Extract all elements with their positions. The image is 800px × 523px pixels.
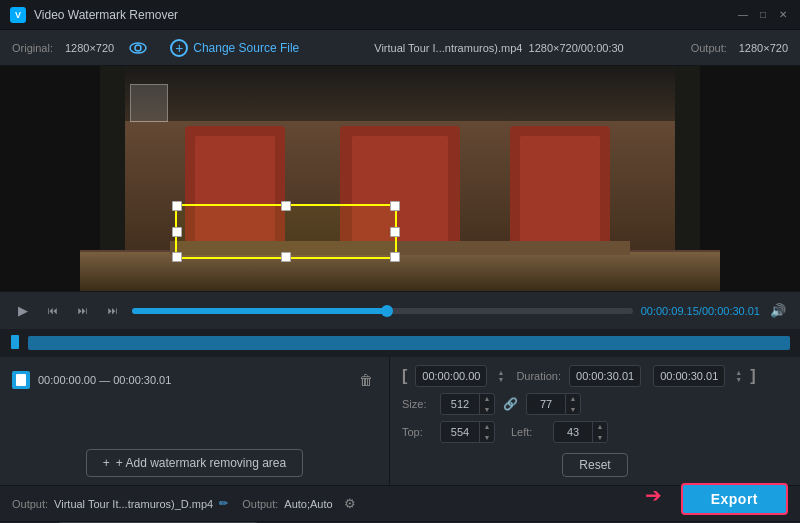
play-button[interactable]: ▶ <box>12 300 34 322</box>
add-watermark-area-button[interactable]: + + Add watermark removing area <box>86 449 303 477</box>
width-arrows: ▲ ▼ <box>479 393 494 415</box>
playback-controls: ▶ ⏮ ⏭ ⏭ 00:00:09.15/00:00:30.01 🔊 <box>0 291 800 329</box>
top-label: Top: <box>402 426 432 438</box>
left-label: Left: <box>511 426 545 438</box>
width-spinner[interactable]: ▲ ▼ <box>440 393 495 415</box>
timeline-thumb[interactable] <box>381 305 393 317</box>
left-arrows: ▲ ▼ <box>592 421 607 443</box>
top-spinner[interactable]: ▲ ▼ <box>440 421 495 443</box>
size-param-row: Size: ▲ ▼ 🔗 ▲ ▼ <box>402 393 788 415</box>
output-filename: Virtual Tour It...tramuros)_D.mp4 <box>54 498 213 510</box>
end-time-up[interactable]: ▲ <box>735 369 742 376</box>
width-input[interactable] <box>441 398 479 410</box>
settings-gear-icon[interactable]: ⚙ <box>339 493 361 515</box>
timeline-track[interactable] <box>132 308 633 314</box>
add-icon: + <box>103 456 110 470</box>
handle-tr[interactable] <box>390 201 400 211</box>
app-icon: V <box>10 7 26 23</box>
bottom-section: 00:00:00.00 — 00:00:30.01 🗑 + + Add wate… <box>0 357 800 485</box>
svg-rect-18 <box>16 374 26 386</box>
clip-timeline <box>0 329 800 357</box>
original-label: Original: <box>12 42 53 54</box>
handle-tl[interactable] <box>172 201 182 211</box>
top-up[interactable]: ▲ <box>480 421 494 432</box>
link-icon[interactable]: 🔗 <box>503 397 518 411</box>
size-label: Size: <box>402 398 432 410</box>
height-down[interactable]: ▼ <box>566 404 580 415</box>
watermark-qr-indicator <box>130 84 168 122</box>
right-panel: [ 00:00:00.00 ▲ ▼ Duration: 00:00:30.01 … <box>390 357 800 485</box>
left-input[interactable] <box>554 426 592 438</box>
selection-box[interactable] <box>175 204 397 259</box>
handle-ml[interactable] <box>172 227 182 237</box>
eye-icon[interactable] <box>126 36 150 60</box>
original-resolution: 1280×720 <box>65 42 114 54</box>
video-frame <box>0 66 800 291</box>
time-display: 00:00:09.15/00:00:30.01 <box>641 305 760 317</box>
duration-label: Duration: <box>516 370 561 382</box>
left-panel: 00:00:00.00 — 00:00:30.01 🗑 + + Add wate… <box>0 357 390 485</box>
output-label: Output: <box>691 42 727 54</box>
spacer <box>12 401 377 443</box>
maximize-button[interactable]: □ <box>756 8 770 22</box>
svg-rect-13 <box>520 136 600 246</box>
height-up[interactable]: ▲ <box>566 393 580 404</box>
file-info: Virtual Tour I...ntramuros).mp4 1280×720… <box>319 42 678 54</box>
height-spinner[interactable]: ▲ ▼ <box>526 393 581 415</box>
close-button[interactable]: ✕ <box>776 8 790 22</box>
output-label-1: Output: <box>12 498 48 510</box>
handle-mr[interactable] <box>390 227 400 237</box>
loop-button[interactable]: ⏭ <box>102 300 124 322</box>
position-param-row: Top: ▲ ▼ Left: ▲ ▼ <box>402 421 788 443</box>
reset-button[interactable]: Reset <box>562 453 627 477</box>
clip-icon <box>12 371 30 389</box>
handle-br[interactable] <box>390 252 400 262</box>
handle-bl[interactable] <box>172 252 182 262</box>
timeline-fill <box>132 308 387 314</box>
output-format: Auto;Auto <box>284 498 332 510</box>
clip-icon-area <box>10 335 20 352</box>
window-controls[interactable]: — □ ✕ <box>736 8 790 22</box>
width-down[interactable]: ▼ <box>480 404 494 415</box>
clip-bar[interactable] <box>28 336 790 350</box>
titlebar: V Video Watermark Remover — □ ✕ <box>0 0 800 30</box>
svg-rect-3 <box>80 66 720 121</box>
reset-row: Reset <box>402 451 788 477</box>
next-frame-button[interactable]: ⏭ <box>72 300 94 322</box>
top-input[interactable] <box>441 426 479 438</box>
bracket-open: [ <box>402 367 407 385</box>
start-time-box[interactable]: 00:00:00.00 <box>415 365 487 387</box>
height-input[interactable] <box>527 398 565 410</box>
video-area <box>0 66 800 291</box>
export-button[interactable]: Export <box>681 483 788 515</box>
start-time-up[interactable]: ▲ <box>497 369 504 376</box>
minimize-button[interactable]: — <box>736 8 750 22</box>
left-up[interactable]: ▲ <box>593 421 607 432</box>
volume-button[interactable]: 🔊 <box>768 301 788 321</box>
left-down[interactable]: ▼ <box>593 432 607 443</box>
delete-clip-button[interactable]: 🗑 <box>355 369 377 391</box>
start-time-down[interactable]: ▼ <box>497 376 504 383</box>
end-time-box[interactable]: 00:00:30.01 <box>653 365 725 387</box>
width-up[interactable]: ▲ <box>480 393 494 404</box>
change-source-button[interactable]: + Change Source File <box>162 35 307 61</box>
output-label-2: Output: <box>242 498 278 510</box>
time-param-row: [ 00:00:00.00 ▲ ▼ Duration: 00:00:30.01 … <box>402 365 788 387</box>
handle-bm[interactable] <box>281 252 291 262</box>
top-arrows: ▲ ▼ <box>479 421 494 443</box>
export-arrow: ➔ <box>645 483 662 507</box>
add-icon: + <box>170 39 188 57</box>
topbar: Original: 1280×720 + Change Source File … <box>0 30 800 66</box>
duration-box[interactable]: 00:00:30.01 <box>569 365 641 387</box>
video-scene-overlay <box>0 66 800 291</box>
clip-row: 00:00:00.00 — 00:00:30.01 🗑 <box>12 365 377 395</box>
end-time-down[interactable]: ▼ <box>735 376 742 383</box>
svg-rect-17 <box>11 335 19 349</box>
prev-frame-button[interactable]: ⏮ <box>42 300 64 322</box>
svg-point-1 <box>135 45 141 51</box>
handle-tm[interactable] <box>281 201 291 211</box>
edit-filename-icon[interactable]: ✏ <box>219 497 228 510</box>
left-spinner[interactable]: ▲ ▼ <box>553 421 608 443</box>
top-down[interactable]: ▼ <box>480 432 494 443</box>
app-title: Video Watermark Remover <box>34 8 728 22</box>
